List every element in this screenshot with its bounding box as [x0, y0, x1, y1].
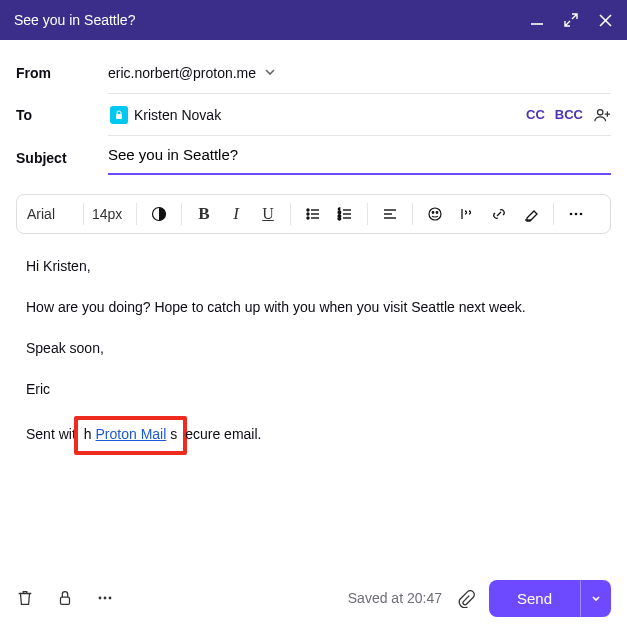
svg-point-28	[570, 213, 573, 216]
font-size-select[interactable]: 14px	[92, 206, 128, 222]
highlight-annotation: h Proton Mail s	[74, 416, 187, 455]
to-field[interactable]: Kristen Novak CC BCC	[108, 94, 611, 136]
ordered-list-icon[interactable]: 123	[331, 200, 359, 228]
from-row: From eric.norbert@proton.me	[16, 52, 611, 94]
expand-icon[interactable]	[563, 12, 579, 28]
svg-point-32	[99, 597, 102, 600]
send-options-button[interactable]	[580, 580, 611, 617]
svg-point-10	[307, 213, 309, 215]
minimize-icon[interactable]	[529, 12, 545, 28]
body-line: How are you doing? Hope to catch up with…	[26, 297, 601, 318]
bold-button[interactable]: B	[190, 200, 218, 228]
recipient-chip[interactable]: Kristen Novak	[108, 103, 223, 127]
contacts-icon[interactable]	[593, 106, 611, 124]
quote-icon[interactable]	[453, 200, 481, 228]
svg-point-12	[307, 217, 309, 219]
subject-label: Subject	[16, 150, 108, 178]
cc-button[interactable]: CC	[526, 107, 545, 122]
title-bar: See you in Seattle?	[0, 0, 627, 40]
from-address: eric.norbert@proton.me	[108, 65, 256, 81]
svg-point-33	[104, 597, 107, 600]
font-family-select[interactable]: Arial	[27, 206, 75, 222]
separator	[412, 203, 413, 225]
emoji-icon[interactable]	[421, 200, 449, 228]
subject-input[interactable]	[108, 136, 611, 175]
clear-format-icon[interactable]	[517, 200, 545, 228]
send-button-group: Send	[489, 580, 611, 617]
body-line: Speak soon,	[26, 338, 601, 359]
bcc-button[interactable]: BCC	[555, 107, 583, 122]
from-field[interactable]: eric.norbert@proton.me	[108, 52, 611, 94]
svg-point-25	[436, 212, 438, 214]
underline-button[interactable]: U	[254, 200, 282, 228]
compose-footer: Saved at 20:47 Send	[0, 568, 627, 628]
svg-point-23	[429, 208, 441, 220]
lock-icon	[110, 106, 128, 124]
separator	[553, 203, 554, 225]
formatting-toolbar: Arial 14px B I U 123	[16, 194, 611, 234]
svg-text:3: 3	[338, 215, 341, 221]
saved-status: Saved at 20:47	[348, 590, 442, 606]
separator	[290, 203, 291, 225]
attachment-icon[interactable]	[456, 589, 475, 608]
sig-text: ecure email.	[185, 426, 261, 442]
separator	[83, 203, 84, 225]
svg-rect-31	[61, 597, 70, 604]
separator	[181, 203, 182, 225]
svg-point-24	[432, 212, 434, 214]
from-label: From	[16, 65, 108, 81]
align-icon[interactable]	[376, 200, 404, 228]
sig-text: h	[84, 426, 96, 442]
subject-row: Subject	[16, 136, 611, 178]
svg-point-29	[575, 213, 578, 216]
sig-text: Sent wit	[26, 426, 76, 442]
sig-text: s	[166, 426, 177, 442]
trash-icon[interactable]	[16, 589, 34, 607]
color-icon[interactable]	[145, 200, 173, 228]
separator	[136, 203, 137, 225]
proton-mail-link[interactable]: Proton Mail	[96, 426, 167, 442]
more-options-icon[interactable]	[96, 589, 114, 607]
to-row: To Kristen Novak CC BCC	[16, 94, 611, 136]
svg-point-4	[598, 109, 603, 114]
chevron-down-icon[interactable]	[264, 65, 276, 81]
signature-line: Sent with Proton Mail secure email.	[26, 420, 601, 449]
window-title: See you in Seattle?	[14, 12, 135, 28]
svg-point-34	[109, 597, 112, 600]
italic-button[interactable]: I	[222, 200, 250, 228]
to-label: To	[16, 107, 108, 123]
window-controls	[529, 12, 613, 28]
recipient-name: Kristen Novak	[134, 107, 221, 123]
more-icon[interactable]	[562, 200, 590, 228]
body-signature: Eric	[26, 379, 601, 400]
link-icon[interactable]	[485, 200, 513, 228]
encryption-icon[interactable]	[56, 589, 74, 607]
svg-point-8	[307, 209, 309, 211]
unordered-list-icon[interactable]	[299, 200, 327, 228]
send-button[interactable]: Send	[489, 580, 580, 617]
message-body[interactable]: Hi Kristen, How are you doing? Hope to c…	[16, 234, 611, 479]
body-line: Hi Kristen,	[26, 256, 601, 277]
close-icon[interactable]	[597, 12, 613, 28]
separator	[367, 203, 368, 225]
svg-point-30	[580, 213, 583, 216]
svg-rect-3	[116, 114, 122, 119]
